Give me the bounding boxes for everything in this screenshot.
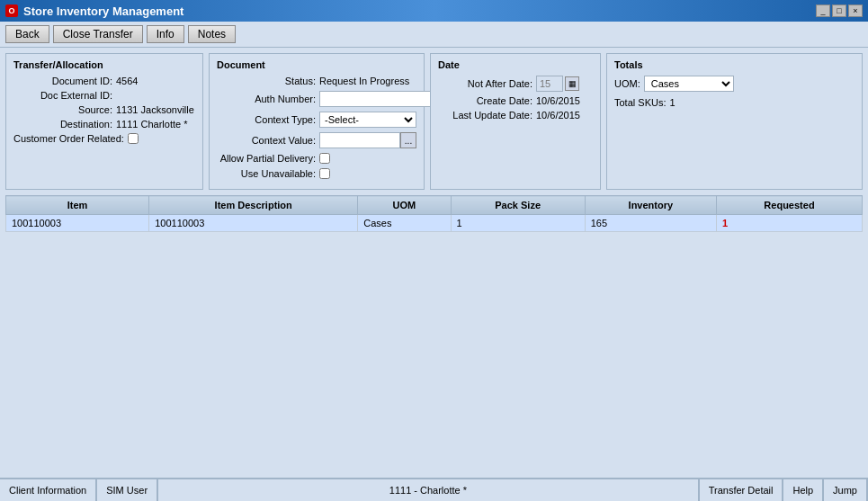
status-transfer-detail[interactable]: Transfer Detail [700, 479, 784, 501]
window-title: Store Inventory Management [23, 4, 183, 18]
context-type-label: Context Type: [217, 114, 316, 125]
destination-label: Destination: [13, 119, 112, 130]
col-description: Item Description [149, 196, 358, 215]
document-id-row: Document ID: 4564 [13, 76, 195, 86]
document-panel: Document Status: Request In Progress Aut… [209, 53, 425, 190]
total-skus-row: Total SKUs: 1 [614, 97, 855, 108]
document-id-value: 4564 [116, 76, 138, 86]
not-after-row: Not After Date: ▦ [438, 76, 593, 92]
transfer-allocation-panel: Transfer/Allocation Document ID: 4564 Do… [5, 53, 203, 190]
document-id-label: Document ID: [13, 76, 112, 86]
cell-description: 100110003 [149, 215, 358, 232]
uom-select-wrap: Cases [644, 76, 734, 92]
destination-row: Destination: 1111 Charlotte * [13, 119, 195, 130]
cell-item: 100110003 [6, 215, 149, 232]
use-unavailable-label: Use Unavailable: [217, 168, 316, 179]
total-skus-value: 1 [669, 97, 675, 108]
totals-panel: Totals UOM: Cases Total SKUs: 1 [606, 53, 863, 190]
last-update-row: Last Update Date: 10/6/2015 [438, 110, 593, 121]
context-value-input-wrap: ... [319, 132, 416, 148]
context-value-input[interactable] [319, 132, 400, 148]
title-bar-left: O Store Inventory Management [5, 4, 183, 18]
allow-partial-label: Allow Partial Delivery: [217, 153, 316, 164]
source-value: 1131 Jacksonville [116, 104, 194, 115]
date-panel: Date Not After Date: ▦ Create Date: 10/6… [430, 53, 601, 190]
status-value: Request In Progress [319, 76, 409, 86]
context-value-row: Context Value: ... [217, 132, 416, 148]
title-bar: O Store Inventory Management _ □ × [0, 0, 868, 22]
auth-number-row: Auth Number: [217, 91, 416, 107]
close-button[interactable]: × [848, 4, 863, 17]
cell-uom: Cases [358, 215, 451, 232]
cell-pack-size: 1 [451, 215, 585, 232]
title-bar-controls[interactable]: _ □ × [816, 4, 863, 17]
total-skus-label: Total SKUs: [614, 97, 666, 108]
not-after-calendar-button[interactable]: ▦ [565, 76, 579, 91]
not-after-input[interactable] [536, 76, 563, 92]
col-uom: UOM [358, 196, 451, 215]
status-sim-user[interactable]: SIM User [97, 479, 158, 501]
document-panel-title: Document [217, 59, 416, 70]
col-item: Item [6, 196, 149, 215]
status-row: Status: Request In Progress [217, 76, 416, 86]
create-date-row: Create Date: 10/6/2015 [438, 95, 593, 106]
customer-order-row: Customer Order Related: [13, 133, 195, 144]
not-after-label: Not After Date: [438, 78, 532, 89]
customer-order-label: Customer Order Related: [13, 133, 124, 144]
auth-number-label: Auth Number: [217, 94, 316, 104]
create-date-value: 10/6/2015 [536, 95, 580, 106]
toolbar: Back Close Transfer Info Notes [0, 22, 868, 48]
uom-label: UOM: [614, 78, 640, 89]
cell-requested: 1 [716, 215, 862, 232]
customer-order-checkbox[interactable] [128, 133, 139, 144]
status-help[interactable]: Help [783, 479, 824, 501]
uom-select[interactable]: Cases [644, 76, 734, 92]
table-area: Item Item Description UOM Pack Size Inve… [0, 195, 868, 478]
inventory-table: Item Item Description UOM Pack Size Inve… [5, 195, 863, 232]
table-row[interactable]: 100110003 100110003 Cases 1 165 1 [6, 215, 863, 232]
notes-button[interactable]: Notes [188, 25, 236, 43]
col-pack-size: Pack Size [451, 196, 585, 215]
maximize-button[interactable]: □ [832, 4, 846, 17]
doc-external-id-row: Doc External ID: [13, 90, 195, 101]
use-unavailable-checkbox[interactable] [319, 168, 330, 179]
minimize-button[interactable]: _ [816, 4, 830, 17]
context-value-ellipsis-button[interactable]: ... [400, 132, 416, 148]
context-type-select[interactable]: -Select- [319, 112, 416, 128]
source-row: Source: 1131 Jacksonville [13, 104, 195, 115]
col-requested: Requested [716, 196, 862, 215]
auth-number-input[interactable] [319, 91, 436, 107]
source-label: Source: [13, 104, 112, 115]
status-jump[interactable]: Jump [824, 479, 868, 501]
allow-partial-row: Allow Partial Delivery: [217, 153, 416, 164]
doc-external-id-label: Doc External ID: [13, 90, 112, 101]
status-location[interactable]: 1111 - Charlotte * [158, 479, 700, 501]
info-button[interactable]: Info [147, 25, 184, 43]
last-update-value: 10/6/2015 [536, 110, 580, 121]
status-client-info[interactable]: Client Information [0, 479, 97, 501]
use-unavailable-row: Use Unavailable: [217, 168, 416, 179]
back-button[interactable]: Back [5, 25, 49, 43]
context-value-label: Context Value: [217, 135, 316, 146]
transfer-panel-title: Transfer/Allocation [13, 59, 195, 70]
context-type-row: Context Type: -Select- [217, 112, 416, 128]
cell-inventory: 165 [585, 215, 716, 232]
app-icon: O [5, 4, 18, 17]
date-panel-title: Date [438, 59, 593, 70]
panels-row: Transfer/Allocation Document ID: 4564 Do… [0, 48, 868, 195]
totals-panel-title: Totals [614, 59, 855, 70]
allow-partial-checkbox[interactable] [319, 153, 330, 164]
status-bar: Client Information SIM User 1111 - Charl… [0, 478, 868, 501]
main-content: Back Close Transfer Info Notes Transfer/… [0, 22, 868, 478]
uom-row: UOM: Cases [614, 76, 855, 92]
destination-value: 1111 Charlotte * [116, 119, 188, 130]
not-after-input-wrap: ▦ [536, 76, 579, 92]
create-date-label: Create Date: [438, 95, 532, 106]
col-inventory: Inventory [585, 196, 716, 215]
status-label: Status: [217, 76, 316, 86]
table-header-row: Item Item Description UOM Pack Size Inve… [6, 196, 863, 215]
last-update-label: Last Update Date: [438, 110, 532, 121]
close-transfer-button[interactable]: Close Transfer [53, 25, 143, 43]
